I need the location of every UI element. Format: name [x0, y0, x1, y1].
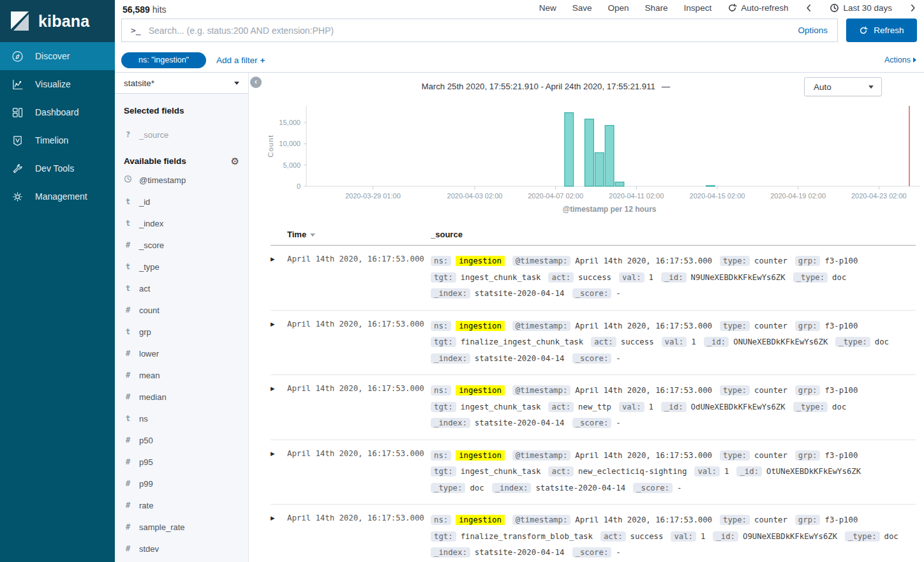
sidebar-item-management[interactable]: Management	[0, 182, 115, 211]
doc-field-key: @timestamp:	[512, 321, 570, 331]
field-item-p95[interactable]: # p95	[124, 451, 239, 473]
add-filter-button[interactable]: Add a filter+	[216, 55, 265, 65]
sidebar-item-dashboard[interactable]: Dashboard	[0, 98, 115, 126]
doc-field-pair-val: val:1	[694, 464, 729, 480]
kibana-logo[interactable]: kibana	[0, 0, 115, 42]
doc-field-value: April 14th 2020, 16:17:53.000	[575, 256, 712, 265]
doc-field-key: tgt:	[431, 466, 456, 477]
time-column-header[interactable]: Time	[287, 230, 431, 239]
histogram-bar[interactable]	[605, 126, 614, 186]
field-item-act[interactable]: t act	[124, 277, 239, 299]
sidebar-item-label: Visualize	[35, 79, 71, 89]
hits-count: 56,589hits	[123, 4, 167, 15]
field-item-_score[interactable]: # _score	[124, 234, 239, 256]
doc-field-pair-grp: grp:f3-p100	[795, 448, 858, 464]
field-item-p99[interactable]: # p99	[124, 473, 239, 494]
field-item-median[interactable]: # median	[124, 386, 239, 408]
field-item-sum[interactable]: # sum	[124, 559, 239, 562]
timepicker-button[interactable]: Last 30 days	[830, 3, 892, 13]
fields-panel: statsite* Selected fields ? _source Avai…	[115, 73, 249, 562]
field-item-lower[interactable]: # lower	[124, 343, 239, 364]
refresh-button[interactable]: Refresh	[846, 18, 917, 42]
field-item-rate[interactable]: # rate	[124, 494, 239, 516]
search-input[interactable]	[149, 26, 798, 36]
doc-field-value: counter	[754, 322, 787, 330]
doc-field-key: @timestamp:	[512, 256, 570, 266]
time-forward-button[interactable]	[908, 3, 918, 13]
field-item-stdev[interactable]: # stdev	[124, 538, 239, 559]
histogram-bar[interactable]	[585, 119, 594, 186]
expand-row-caret[interactable]: ▶	[271, 512, 287, 521]
doc-source: ns:ingestion@timestamp:April 14th 2020, …	[431, 383, 916, 432]
field-item-sample_rate[interactable]: # sample_rate	[124, 516, 239, 538]
time-back-button[interactable]	[804, 3, 814, 13]
number-type-icon: #	[124, 479, 132, 488]
doc-field-key: act:	[591, 337, 616, 347]
sidebar-item-visualize[interactable]: Visualize	[0, 70, 115, 98]
histogram-bar[interactable]	[565, 113, 574, 186]
doc-field-value: counter	[754, 451, 787, 460]
histogram-bar[interactable]	[615, 182, 624, 186]
expand-row-caret[interactable]: ▶	[271, 383, 287, 392]
field-item-@timestamp[interactable]: @timestamp	[124, 169, 239, 191]
doc-field-value: ingest_chunk_task	[461, 467, 541, 476]
field-item-_type[interactable]: t _type	[124, 256, 239, 277]
filter-pill-ns-ingestion[interactable]: ns: "ingestion"	[121, 52, 206, 68]
field-item-_index[interactable]: t _index	[124, 212, 239, 234]
field-settings-gear-icon[interactable]: ⚙	[231, 156, 239, 166]
sidebar-item-label: Management	[35, 191, 87, 202]
doc-field-value: 1	[691, 337, 696, 346]
new-button[interactable]: New	[539, 3, 556, 13]
field-item-_source[interactable]: ? _source	[124, 124, 239, 145]
histogram-bar[interactable]	[595, 152, 604, 186]
doc-field-value: doc	[875, 337, 889, 346]
field-item-ns[interactable]: t ns	[124, 408, 239, 429]
doc-field-value: O9UNeXEBDkKFkEwYs6ZK	[743, 532, 837, 541]
actions-link[interactable]: Actions	[884, 55, 916, 64]
x-tick-label: 2020-03-29 01:00	[345, 192, 401, 200]
sidebar-item-timelion[interactable]: Timelion	[0, 126, 115, 154]
index-pattern-selector[interactable]: statsite*	[115, 73, 248, 94]
doc-field-pair-_index: _index:statsite-2020-04-14	[431, 415, 565, 432]
doc-field-value: f3-p100	[824, 256, 858, 265]
doc-field-pair-tgt: tgt:ingest_chunk_task	[431, 399, 540, 416]
doc-field-value: N9UNeXEBDkKFkEwYs6ZK	[691, 273, 786, 282]
doc-field-pair-val: val:1	[671, 529, 705, 545]
field-item-grp[interactable]: t grp	[124, 321, 239, 343]
expand-row-caret[interactable]: ▶	[271, 253, 287, 262]
doc-field-value: -	[616, 354, 620, 363]
field-item-mean[interactable]: # mean	[124, 364, 239, 386]
expand-row-caret[interactable]: ▶	[271, 318, 287, 327]
sidebar-item-discover[interactable]: Discover	[0, 42, 115, 70]
sidebar-item-dev-tools[interactable]: Dev Tools	[0, 154, 115, 182]
doc-field-value: statsite-2020-04-14	[475, 354, 565, 363]
field-item-count[interactable]: # count	[124, 299, 239, 321]
histogram-bar[interactable]	[706, 186, 715, 186]
string-type-icon: t	[124, 219, 132, 228]
doc-field-key: _index:	[492, 483, 532, 493]
options-link[interactable]: Options	[798, 26, 837, 35]
inspect-button[interactable]: Inspect	[684, 3, 712, 13]
interval-select[interactable]: Auto	[804, 77, 882, 96]
field-item-p50[interactable]: # p50	[124, 429, 239, 451]
filter-bar: ns: "ingestion" Add a filter+ Actions	[121, 52, 916, 68]
doc-field-pair-type: type:counter	[720, 383, 787, 399]
doc-time: April 14th 2020, 16:17:53.000	[287, 448, 431, 458]
doc-field-pair-grp: grp:f3-p100	[795, 318, 858, 335]
chevron-down-icon	[868, 85, 874, 89]
number-type-icon: #	[124, 240, 132, 249]
doc-field-pair-val: val:1	[619, 270, 653, 286]
field-item-_id[interactable]: t _id	[124, 191, 239, 212]
doc-field-value-highlighted: ingestion	[456, 256, 505, 266]
doc-field-key: _type:	[793, 402, 828, 412]
share-button[interactable]: Share	[645, 3, 668, 13]
dashboard-icon	[11, 106, 24, 119]
doc-field-value: doc	[470, 484, 484, 492]
date-type-icon	[124, 175, 132, 185]
source-column-header: _source	[431, 230, 463, 239]
doc-field-pair-_index: _index:statsite-2020-04-14	[431, 351, 565, 367]
auto-refresh-button[interactable]: Auto-refresh	[727, 3, 788, 13]
expand-row-caret[interactable]: ▶	[271, 448, 287, 457]
save-button[interactable]: Save	[572, 3, 592, 13]
open-button[interactable]: Open	[608, 3, 629, 13]
